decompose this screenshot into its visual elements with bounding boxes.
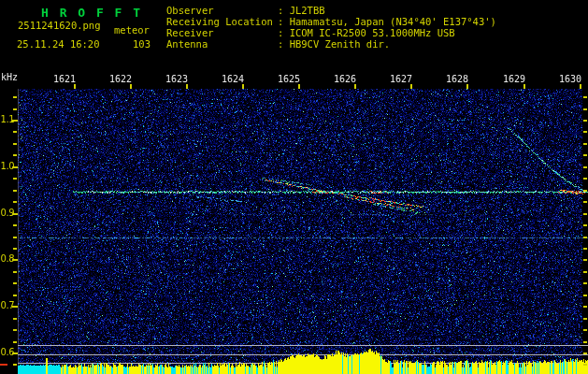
info-value: : HB9CV Zenith dir.	[278, 38, 390, 50]
y-tick-label: 0.6	[0, 347, 14, 358]
info-row: Receiver: ICOM IC-R2500 53.1000MHz USB	[166, 27, 496, 38]
station-info-block: Observer: JL2TBBReceiving Location: Hama…	[166, 5, 496, 50]
x-tick-label: 1624	[210, 74, 244, 85]
spectrogram-canvas	[0, 0, 588, 374]
x-tick-label: 1628	[435, 74, 468, 85]
info-value: : JL2TBB	[278, 5, 325, 16]
x-tick-label: 1621	[42, 74, 76, 85]
x-tick-label: 1627	[379, 74, 412, 85]
info-value: : Hamamatsu, Japan (N34°40' E137°43')	[278, 16, 496, 27]
x-tick-label: 1630	[548, 74, 581, 85]
info-label: Observer	[166, 5, 278, 16]
x-tick-label: 1625	[266, 74, 300, 85]
info-value: : ICOM IC-R2500 53.1000MHz USB	[278, 27, 455, 38]
hrofft-output-image: H R O F F T 2511241620.png meteor 25.11.…	[0, 0, 588, 374]
output-filename: 2511241620.png	[18, 20, 101, 31]
info-row: Receiving Location: Hamamatsu, Japan (N3…	[166, 16, 496, 27]
y-tick-label: 0.9	[0, 208, 14, 219]
y-tick-label: 1.0	[0, 161, 14, 172]
x-tick-label: 1629	[492, 74, 525, 85]
x-tick-label: 1623	[154, 74, 188, 85]
mode-label: meteor	[114, 24, 150, 36]
y-tick-label: 1.1	[0, 114, 14, 125]
y-tick-label: 0.7	[0, 300, 14, 311]
x-tick-label: 1626	[323, 74, 356, 85]
info-label: Antenna	[166, 38, 278, 50]
x-tick-label: 1622	[98, 74, 132, 85]
y-axis-unit-label: kHz	[1, 72, 18, 82]
timestamp: 25.11.24 16:20	[17, 38, 100, 50]
app-title: H R O F F T	[41, 6, 142, 20]
info-label: Receiving Location	[166, 16, 278, 27]
y-tick-label: 0.8	[0, 253, 14, 265]
info-label: Receiver	[166, 27, 278, 38]
info-row: Observer: JL2TBB	[166, 5, 496, 16]
info-row: Antenna: HB9CV Zenith dir.	[166, 38, 496, 50]
echo-count: 103	[133, 38, 151, 50]
